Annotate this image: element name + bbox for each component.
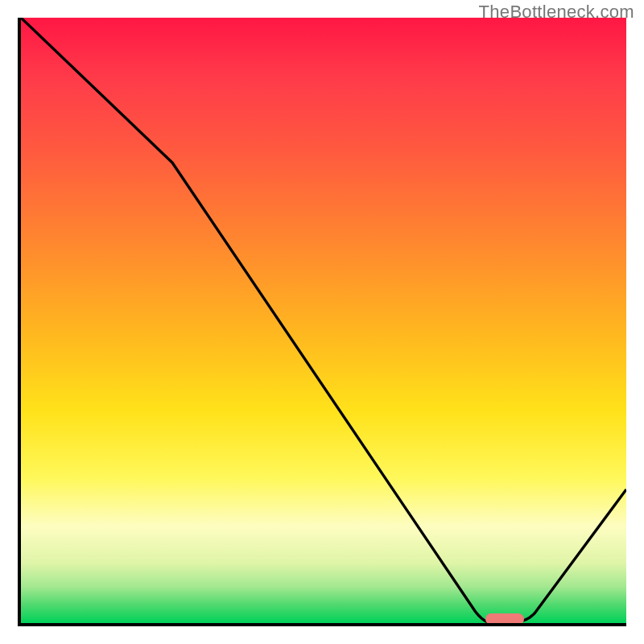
chart-line-series [21, 18, 626, 623]
chart-svg [21, 18, 626, 623]
watermark-text: TheBottleneck.com [479, 2, 634, 23]
chart-marker [485, 613, 524, 623]
chart-plot-area [18, 18, 626, 626]
